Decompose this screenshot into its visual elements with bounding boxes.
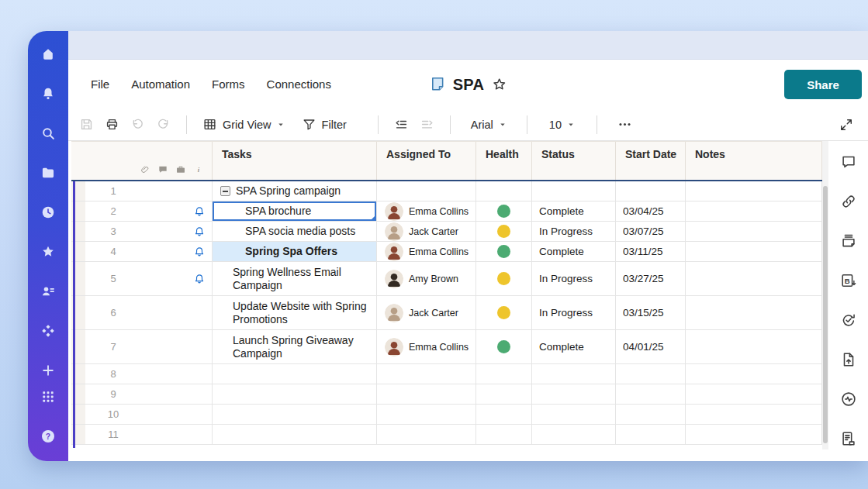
- status-cell[interactable]: [532, 425, 616, 445]
- menu-connections[interactable]: Connections: [267, 77, 331, 91]
- task-cell[interactable]: [213, 425, 377, 445]
- health-cell[interactable]: [476, 296, 532, 330]
- star-icon[interactable]: [40, 244, 56, 260]
- assignee-cell[interactable]: [377, 425, 476, 445]
- indent-icon[interactable]: [420, 117, 434, 132]
- plus-icon[interactable]: [40, 363, 56, 378]
- comment-icon[interactable]: [840, 153, 857, 170]
- row-number-cell[interactable]: 4: [71, 242, 213, 262]
- health-cell[interactable]: [476, 384, 532, 405]
- health-cell[interactable]: [476, 242, 532, 262]
- task-cell[interactable]: SPA Spring campaign: [213, 181, 377, 201]
- comment-small-icon[interactable]: [157, 164, 168, 175]
- status-cell[interactable]: In Progress: [532, 296, 616, 330]
- assignee-cell[interactable]: Jack Carter: [377, 222, 476, 242]
- undo-icon[interactable]: [130, 117, 145, 132]
- activity-icon[interactable]: [840, 391, 857, 408]
- start-date-cell[interactable]: 03/11/25: [616, 242, 686, 262]
- notes-cell[interactable]: [686, 330, 822, 364]
- status-cell[interactable]: In Progress: [532, 262, 616, 296]
- task-cell[interactable]: [213, 384, 377, 405]
- task-cell[interactable]: [213, 405, 377, 425]
- scrollbar-thumb[interactable]: [823, 186, 828, 443]
- corner-header-cell[interactable]: i: [71, 142, 213, 180]
- start-date-cell[interactable]: 04/01/25: [616, 330, 686, 364]
- status-cell[interactable]: Complete: [532, 201, 616, 222]
- row-number-cell[interactable]: 8: [71, 364, 213, 384]
- apps-icon[interactable]: [40, 323, 56, 339]
- assignee-cell[interactable]: Amy Brown: [377, 262, 476, 296]
- bell-icon[interactable]: [40, 86, 56, 102]
- task-cell[interactable]: [213, 364, 377, 384]
- row-number-cell[interactable]: 11: [71, 425, 213, 445]
- attachments-icon[interactable]: [840, 232, 857, 250]
- start-date-cell[interactable]: 03/15/25: [616, 296, 686, 330]
- status-cell[interactable]: [532, 364, 616, 384]
- row-number-cell[interactable]: 10: [71, 405, 213, 425]
- start-date-cell[interactable]: [616, 425, 686, 445]
- health-cell[interactable]: [476, 181, 532, 201]
- update-icon[interactable]: [840, 312, 857, 329]
- menu-file[interactable]: File: [91, 77, 109, 91]
- font-family-selector[interactable]: Arial: [471, 119, 507, 131]
- start-date-cell[interactable]: [616, 384, 686, 405]
- folder-icon[interactable]: [40, 165, 56, 181]
- column-header-health[interactable]: Health: [476, 142, 532, 180]
- status-cell[interactable]: In Progress: [532, 222, 616, 242]
- summary-icon[interactable]: [840, 430, 857, 447]
- save-icon[interactable]: [79, 117, 94, 132]
- task-cell[interactable]: Launch Spring Giveaway Campaign: [213, 330, 377, 364]
- row-number-cell[interactable]: 7: [71, 330, 213, 364]
- assignee-cell[interactable]: Emma Collins: [377, 201, 476, 222]
- task-cell[interactable]: SPA brochure: [213, 201, 377, 222]
- help-icon[interactable]: ?: [40, 429, 56, 444]
- row-number-cell[interactable]: 5: [71, 262, 213, 296]
- publish-icon[interactable]: [840, 351, 857, 368]
- column-header-notes[interactable]: Notes: [686, 142, 822, 180]
- notes-cell[interactable]: [686, 425, 822, 445]
- health-cell[interactable]: [476, 364, 532, 384]
- notes-cell[interactable]: [686, 384, 822, 405]
- clock-icon[interactable]: [40, 205, 56, 220]
- paperclip-icon[interactable]: [140, 164, 150, 175]
- status-cell[interactable]: [532, 181, 616, 201]
- assignee-cell[interactable]: Emma Collins: [377, 330, 476, 364]
- assignee-cell[interactable]: Jack Carter: [377, 296, 476, 330]
- task-cell[interactable]: Spring Wellness Email Campaign: [213, 262, 377, 296]
- selection-fill-handle[interactable]: [370, 215, 376, 221]
- menu-forms[interactable]: Forms: [212, 77, 245, 91]
- outdent-icon[interactable]: [394, 117, 409, 132]
- start-date-cell[interactable]: 03/07/25: [616, 222, 686, 242]
- start-date-cell[interactable]: [616, 181, 686, 201]
- column-header-tasks[interactable]: Tasks: [213, 142, 377, 180]
- task-cell[interactable]: Spring Spa Offers: [213, 242, 377, 262]
- task-cell[interactable]: Update Website with Spring Promotions: [213, 296, 377, 330]
- notes-cell[interactable]: [686, 296, 822, 330]
- start-date-cell[interactable]: 03/27/25: [616, 262, 686, 296]
- assignee-cell[interactable]: [377, 384, 476, 405]
- health-cell[interactable]: [476, 201, 532, 222]
- filter-button[interactable]: Filter: [302, 117, 347, 132]
- favorite-star-icon[interactable]: [491, 76, 507, 92]
- assignee-cell[interactable]: [377, 181, 476, 201]
- status-cell[interactable]: Complete: [532, 330, 616, 364]
- assignee-cell[interactable]: [377, 364, 476, 384]
- redo-icon[interactable]: [156, 117, 171, 132]
- view-selector[interactable]: Grid View: [202, 117, 285, 132]
- vertical-scrollbar[interactable]: [822, 141, 828, 449]
- menu-automation[interactable]: Automation: [131, 77, 190, 91]
- start-date-cell[interactable]: [616, 364, 686, 384]
- share-button[interactable]: Share: [784, 70, 862, 99]
- reminder-bell-icon[interactable]: [193, 226, 206, 238]
- more-options-icon[interactable]: [617, 117, 632, 132]
- assignee-cell[interactable]: Emma Collins: [377, 242, 476, 262]
- column-header-status[interactable]: Status: [532, 142, 616, 180]
- start-date-cell[interactable]: [616, 405, 686, 425]
- task-cell[interactable]: SPA socia media posts: [213, 222, 377, 242]
- start-date-cell[interactable]: 03/04/25: [616, 201, 686, 222]
- notes-cell[interactable]: [686, 405, 822, 425]
- row-number-cell[interactable]: 9: [71, 384, 213, 405]
- status-cell[interactable]: [532, 405, 616, 425]
- reminder-bell-icon[interactable]: [193, 205, 206, 218]
- health-cell[interactable]: [476, 405, 532, 425]
